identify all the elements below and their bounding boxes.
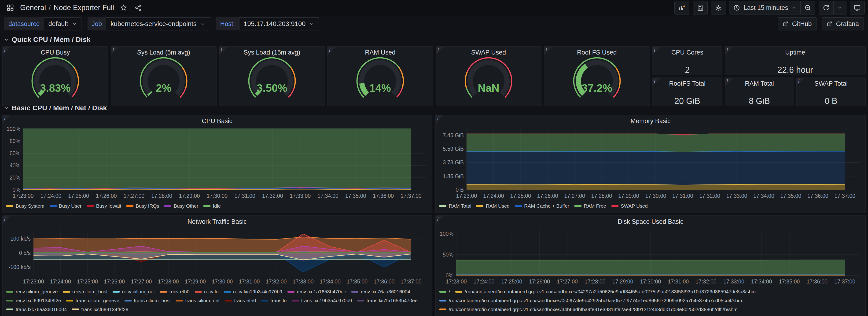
legend-item[interactable]: trans lxc76aa36016004	[6, 305, 67, 314]
chart-plot-area[interactable]: 0%20%40%60%80%100%17:23:0017:24:0017:25:…	[5, 126, 429, 201]
panel-info-icon[interactable]: i	[652, 78, 661, 86]
legend-item[interactable]: /run/containerd/io.containerd.grpc.v1.cr…	[439, 296, 742, 305]
gauge-arc: NaN	[437, 56, 540, 100]
gauge: 37.2%	[544, 56, 650, 100]
legend-item[interactable]: RAM Total	[439, 201, 471, 211]
legend-item[interactable]: trans cilium_net	[176, 296, 220, 305]
charts-grid: iCPU Basic0%20%40%60%80%100%17:23:0017:2…	[2, 115, 866, 316]
legend-item[interactable]: trans eth0	[225, 296, 256, 305]
legend-label: recv lxcf699134f8f2e	[16, 296, 61, 305]
legend-label: Busy IRQs	[136, 201, 159, 211]
legend-item[interactable]: trans cilium_host	[125, 296, 171, 305]
panel-cpu-cores: iCPU Cores2	[652, 46, 722, 75]
legend-item[interactable]: recv cilium_host	[63, 287, 108, 296]
svg-text:40%: 40%	[9, 162, 20, 168]
chart-plot-area[interactable]: 0 B1.86 GiB3.73 GiB5.59 GiB7.45 GiB17:23…	[438, 126, 863, 201]
legend-item[interactable]: Busy Iowait	[87, 201, 121, 211]
zoom-out-time-button[interactable]	[800, 1, 815, 14]
dashboard-title[interactable]: Node Exporter Full	[54, 3, 114, 12]
star-icon[interactable]	[119, 3, 128, 13]
panel-info-icon[interactable]: i	[3, 216, 11, 224]
panel-info-icon[interactable]: i	[328, 46, 336, 55]
time-range-picker[interactable]: Last 15 minutes	[729, 1, 801, 14]
legend-item[interactable]: /run/containerd/io.containerd.grpc.v1.cr…	[455, 287, 756, 296]
panel-info-icon[interactable]: i	[652, 46, 661, 55]
chart-title: CPU Basic	[5, 116, 429, 126]
legend-label: recv cilium_geneve	[16, 287, 58, 296]
panel-title: CPU Busy	[3, 46, 108, 56]
legend-item[interactable]: recv lxc1a1653b470ee	[287, 287, 346, 296]
variable-current-value: default	[49, 20, 68, 28]
variable-value-job[interactable]: kubernetes-service-endpoints	[106, 17, 210, 30]
disk-chart-canvas[interactable]: 0%50%100%17:23:0017:24:0017:25:0017:26:0…	[438, 226, 863, 286]
legend-swatch	[160, 291, 167, 293]
legend-label: recv eth0	[169, 287, 189, 296]
panel-info-icon[interactable]: i	[111, 46, 119, 55]
variable-value-host[interactable]: 195.17.140.203:9100	[239, 17, 319, 30]
svg-text:17:30:00: 17:30:00	[645, 193, 666, 199]
add-panel-button[interactable]	[674, 1, 689, 14]
svg-text:17:34:00: 17:34:00	[753, 193, 774, 199]
github-link-button[interactable]: GitHub	[778, 17, 816, 30]
share-icon[interactable]	[133, 3, 143, 13]
legend-swatch	[6, 291, 13, 293]
panel-info-icon[interactable]: i	[797, 78, 805, 86]
breadcrumb-folder[interactable]: General	[20, 3, 46, 12]
panel-info-icon[interactable]: i	[3, 115, 11, 123]
panel-info-icon[interactable]: i	[219, 46, 227, 55]
legend-item[interactable]: Idle	[204, 201, 221, 211]
dashboard-settings-button[interactable]	[711, 1, 726, 14]
legend-item[interactable]: trans lxc19b3a4c970b9	[292, 296, 352, 305]
dashboards-grid-icon[interactable]	[5, 3, 16, 13]
panel-info-icon[interactable]: i	[436, 216, 444, 224]
legend-item[interactable]: recv lxcf699134f8f2e	[6, 296, 61, 305]
legend-item[interactable]: Busy Other	[164, 201, 198, 211]
legend-item[interactable]: RAM Used	[476, 201, 509, 211]
gauge-value: 2%	[156, 82, 172, 94]
panel-info-icon[interactable]: i	[725, 78, 734, 86]
legend-swatch	[439, 299, 446, 302]
chart-legend: recv cilium_geneverecv cilium_hostrecv c…	[5, 287, 429, 314]
legend-item[interactable]: recv cilium_net	[113, 287, 155, 296]
legend-item[interactable]: RAM Cache + Buffer	[515, 201, 569, 211]
legend-item[interactable]: recv cilium_geneve	[6, 287, 58, 296]
row-header-quick[interactable]: Quick CPU / Mem / Disk	[0, 32, 868, 46]
legend-item[interactable]: recv lxc76aa36016004	[351, 287, 410, 296]
panel-info-icon[interactable]: i	[544, 46, 553, 55]
legend-item[interactable]: Busy User	[50, 201, 82, 211]
refresh-button[interactable]	[818, 1, 834, 14]
legend-item[interactable]: /	[439, 287, 450, 296]
network-chart-canvas[interactable]: 100 kb/s0 b/s-100 kb/s17:23:0017:24:0017…	[5, 226, 429, 286]
legend-item[interactable]: Busy IRQs	[126, 201, 159, 211]
panel-title: CPU Cores	[652, 46, 722, 56]
variable-value-datasource[interactable]: default	[44, 17, 82, 30]
panel-title: RAM Total	[725, 78, 794, 87]
save-dashboard-button[interactable]	[693, 1, 708, 14]
panel-title: SWAP Total	[797, 78, 865, 87]
panel-info-icon[interactable]: i	[3, 46, 11, 55]
cpu-chart-canvas[interactable]: 0%20%40%60%80%100%17:23:0017:24:0017:25:…	[5, 126, 429, 200]
panel-info-icon[interactable]: i	[725, 46, 734, 55]
chart-plot-area[interactable]: 0%50%100%17:23:0017:24:0017:25:0017:26:0…	[438, 226, 863, 287]
panel-info-icon[interactable]: i	[436, 115, 444, 123]
panel-info-icon[interactable]: i	[436, 46, 444, 55]
grafana-link-button[interactable]: Grafana	[822, 17, 864, 30]
memory-chart-canvas[interactable]: 0 B1.86 GiB3.73 GiB5.59 GiB7.45 GiB17:23…	[438, 126, 863, 200]
legend-item[interactable]: recv lxc19b3a4c970b9	[224, 287, 282, 296]
refresh-interval-dropdown[interactable]	[833, 1, 846, 14]
legend-item[interactable]: recv lo	[195, 287, 219, 296]
legend-item[interactable]: trans lxc1a1653b470ee	[357, 296, 417, 305]
svg-text:17:37:00: 17:37:00	[401, 193, 422, 199]
legend-item[interactable]: RAM Free	[575, 201, 606, 211]
legend-item[interactable]: SWAP Used	[612, 201, 648, 211]
legend-item[interactable]: trans lo	[261, 296, 287, 305]
svg-text:17:24:00: 17:24:00	[483, 193, 504, 199]
cycle-view-mode-button[interactable]	[850, 1, 865, 14]
legend-item[interactable]: /run/containerd/io.containerd.grpc.v1.cr…	[439, 305, 738, 314]
legend-label: trans cilium_host	[134, 296, 171, 305]
chart-plot-area[interactable]: 100 kb/s0 b/s-100 kb/s17:23:0017:24:0017…	[5, 226, 429, 287]
legend-item[interactable]: recv eth0	[160, 287, 189, 296]
legend-item[interactable]: trans cilium_geneve	[66, 296, 119, 305]
legend-item[interactable]: Busy System	[6, 201, 44, 211]
legend-item[interactable]: trans lxcf699134f8f2e	[72, 305, 128, 314]
